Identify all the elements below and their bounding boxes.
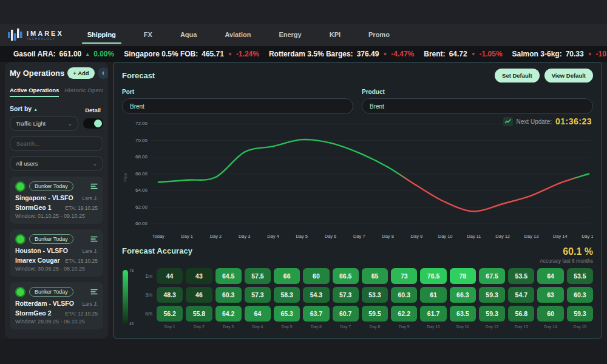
ticker-change: -1.05% bbox=[480, 50, 503, 58]
forecast-chart-area: Next Update: 01:36:23 72.0070.0068.0066.… bbox=[122, 116, 593, 245]
accuracy-cell: 43 bbox=[186, 268, 212, 284]
detail-list-icon[interactable] bbox=[90, 286, 98, 297]
operation-card[interactable]: Bunker TodayRotterdam - VLSFOLars J.Stor… bbox=[10, 282, 103, 329]
view-default-button[interactable]: View Default bbox=[544, 69, 593, 83]
chart-line-segment bbox=[531, 183, 560, 196]
accuracy-caption: Accuracy last 6 months bbox=[540, 258, 593, 264]
tab-promo[interactable]: Promo bbox=[354, 24, 404, 46]
operation-window: Window: 30.09.25 - 08.10.25 bbox=[15, 266, 98, 272]
ticker-item: Singapore 0.5% FOB:465.71▼-1.24% bbox=[124, 50, 259, 58]
traffic-light-icon bbox=[15, 287, 25, 297]
accuracy-cell: 60.3 bbox=[567, 287, 593, 303]
accuracy-cell: 53.5 bbox=[508, 268, 534, 284]
product-select[interactable]: Brent bbox=[362, 98, 593, 114]
chevron-down-icon: ⌄ bbox=[67, 121, 72, 127]
sidebar-tab-active-operations[interactable]: Active Operations bbox=[10, 87, 59, 97]
tab-aviation[interactable]: Aviation bbox=[211, 24, 265, 46]
sort-row: Sort by▲ Detail bbox=[10, 103, 103, 113]
bottom-band bbox=[0, 339, 607, 364]
ticker-item: Salmon 3-6kg:70.33▼-10.1 bbox=[512, 50, 607, 58]
ticker-value: 661.00 bbox=[59, 50, 82, 58]
accuracy-cell: 55.8 bbox=[186, 306, 212, 322]
operation-vessel: StormGeo 2 bbox=[15, 309, 52, 317]
trend-icon bbox=[503, 117, 513, 126]
sort-select[interactable]: Traffic Light ⌄ bbox=[10, 116, 78, 131]
x-tick-label: Day 7 bbox=[353, 234, 365, 239]
operation-vessel: StormGeo 1 bbox=[15, 204, 52, 211]
chart-line-segment bbox=[215, 152, 244, 177]
users-select-value: All users bbox=[16, 160, 38, 167]
imarex-logo-icon bbox=[7, 28, 23, 42]
traffic-light-icon bbox=[15, 181, 25, 192]
heatmap-col-label: Day 5 bbox=[274, 325, 300, 329]
accuracy-cell: 64 bbox=[537, 268, 563, 284]
operation-route: Rotterdam - VLSFO bbox=[15, 300, 74, 307]
accuracy-summary: 60.1 % Accuracy last 6 months bbox=[540, 246, 593, 264]
accuracy-cell: 46 bbox=[186, 287, 212, 303]
accuracy-cell: 60.3 bbox=[391, 287, 417, 303]
operation-card[interactable]: Bunker TodaySingapore - VLSFOLars J.Stor… bbox=[10, 177, 103, 224]
sidebar-title: My Operations bbox=[10, 69, 64, 78]
forecast-line-chart: 72.0070.0068.0066.0064.0062.0060.00Price… bbox=[122, 116, 593, 248]
detail-list-icon[interactable] bbox=[90, 234, 98, 244]
port-field-group: Port Brent bbox=[122, 89, 353, 114]
operation-badge: Bunker Today bbox=[29, 234, 73, 244]
sort-direction-icon[interactable]: ▲ bbox=[33, 107, 38, 112]
ticker-label: Brent: bbox=[424, 50, 445, 58]
operation-route: Singapore - VLSFO bbox=[15, 194, 73, 201]
product-field-group: Product Brent bbox=[362, 89, 593, 114]
toggle-knob bbox=[94, 120, 102, 127]
x-tick-label: Day 2 bbox=[210, 234, 222, 239]
detail-list-icon[interactable] bbox=[90, 181, 98, 192]
accuracy-cell: 60.3 bbox=[215, 287, 242, 303]
app-window: IMAREX TECHNOLOGY ShippingFXAquaAviation… bbox=[0, 0, 607, 364]
operation-user: Lars J. bbox=[82, 195, 98, 201]
sort-controls: Traffic Light ⌄ bbox=[10, 116, 103, 131]
content-area: My Operations + Add ‹ Active OperationsH… bbox=[0, 62, 607, 339]
heatmap-legend-bar bbox=[123, 270, 128, 325]
tab-fx[interactable]: FX bbox=[130, 24, 166, 46]
heatmap-col-label: Day 1 bbox=[157, 325, 183, 329]
ticker-change: 0.00% bbox=[93, 50, 114, 58]
operation-card[interactable]: Bunker TodayHouston - VLSFOLars J.Imarex… bbox=[10, 229, 103, 277]
accuracy-cell: 65.3 bbox=[274, 306, 300, 322]
users-select[interactable]: All users ⌄ bbox=[10, 156, 103, 171]
tab-kpi[interactable]: KPI bbox=[316, 24, 354, 46]
accuracy-cell: 65 bbox=[362, 268, 388, 284]
accuracy-cell: 54.3 bbox=[303, 287, 329, 303]
x-tick-label: Day 3 bbox=[239, 234, 251, 239]
operation-user: Lars J. bbox=[82, 248, 98, 254]
sidebar-tab-historic-operations[interactable]: Historic Operations bbox=[64, 87, 103, 97]
operation-user: Lars J. bbox=[82, 301, 98, 307]
ticker-value: 376.49 bbox=[357, 50, 379, 58]
set-default-button[interactable]: Set Default bbox=[495, 69, 540, 83]
operation-vessel: Imarex Cougar bbox=[15, 257, 60, 264]
chart-line-segment bbox=[446, 202, 474, 211]
x-tick-label: Day 11 bbox=[467, 234, 481, 239]
chart-line-segment bbox=[388, 167, 416, 186]
chart-line-segment bbox=[245, 146, 273, 152]
heatmap-legend-min: 43 bbox=[129, 322, 134, 326]
down-arrow-icon: ▼ bbox=[228, 52, 232, 57]
port-select[interactable]: Brent bbox=[122, 98, 353, 114]
detail-toggle[interactable] bbox=[83, 118, 103, 129]
ticker-value: 70.33 bbox=[566, 50, 584, 58]
accuracy-title: Forecast Accuracy bbox=[122, 246, 192, 255]
x-tick-label: Day 12 bbox=[495, 234, 510, 239]
heatmap-col-label: Day 13 bbox=[508, 325, 534, 329]
search-input[interactable] bbox=[10, 136, 103, 151]
imarex-logo[interactable]: IMAREX TECHNOLOGY bbox=[7, 28, 64, 42]
forecast-title: Forecast bbox=[122, 71, 155, 80]
tab-energy[interactable]: Energy bbox=[265, 24, 315, 46]
tab-aqua[interactable]: Aqua bbox=[166, 24, 211, 46]
add-operation-button[interactable]: + Add bbox=[67, 67, 94, 79]
top-nav: IMAREX TECHNOLOGY ShippingFXAquaAviation… bbox=[0, 24, 607, 46]
accuracy-cell: 59.5 bbox=[362, 306, 388, 322]
x-tick-label: Day 13 bbox=[524, 234, 539, 239]
collapse-sidebar-button[interactable]: ‹ bbox=[98, 67, 108, 79]
accuracy-cell: 48.3 bbox=[157, 287, 183, 303]
chart-line-segment bbox=[187, 177, 215, 180]
brand-name: IMAREX bbox=[27, 30, 64, 37]
tab-shipping[interactable]: Shipping bbox=[73, 24, 130, 46]
chart-line-segment bbox=[359, 153, 388, 167]
